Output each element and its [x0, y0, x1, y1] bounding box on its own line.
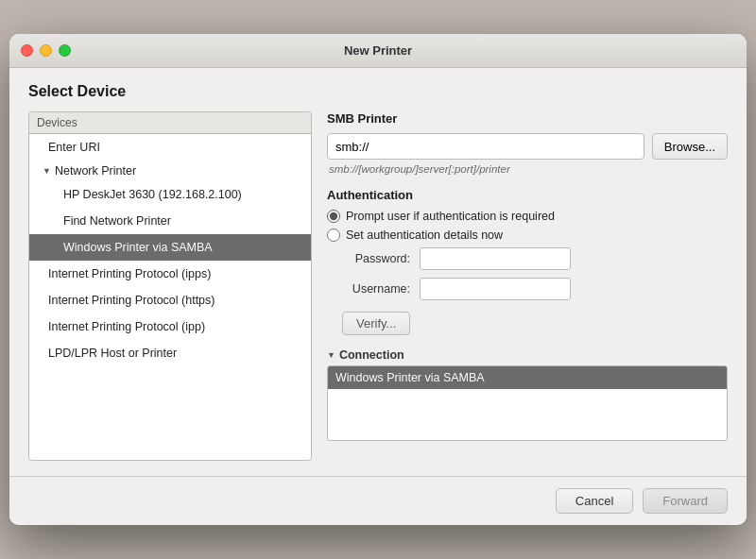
titlebar: New Printer: [9, 34, 747, 68]
verify-row: Verify...: [327, 308, 728, 335]
maximize-button[interactable]: [59, 44, 71, 57]
device-item-hp-deskjet[interactable]: HP DeskJet 3630 (192.168.2.100): [29, 181, 311, 208]
smb-title: SMB Printer: [327, 111, 728, 126]
device-item-ipp[interactable]: Internet Printing Protocol (ipp): [29, 313, 311, 340]
device-group-network-printer: ▼ Network Printer: [29, 161, 311, 181]
main-content: Devices Enter URI ▼ Network Printer HP D…: [28, 111, 728, 461]
close-button[interactable]: [21, 44, 33, 57]
cancel-button[interactable]: Cancel: [556, 488, 633, 514]
device-item-find-network-printer[interactable]: Find Network Printer: [29, 208, 311, 234]
radio-set-label: Set authentication details now: [346, 229, 503, 242]
minimize-button[interactable]: [40, 44, 52, 57]
username-input[interactable]: [420, 278, 571, 300]
device-item-https[interactable]: Internet Printing Protocol (https): [29, 287, 311, 313]
verify-button[interactable]: Verify...: [342, 312, 410, 335]
connection-list: Windows Printer via SAMBA: [327, 365, 728, 441]
window-body: Select Device Devices Enter URI ▼ Networ…: [9, 68, 747, 476]
group-label: Network Printer: [55, 164, 136, 178]
device-item-ipps[interactable]: Internet Printing Protocol (ipps): [29, 261, 311, 287]
device-item-lpd[interactable]: LPD/LPR Host or Printer: [29, 340, 311, 366]
radio-row-1: Prompt user if authentication is require…: [327, 210, 728, 223]
password-label: Password:: [335, 252, 420, 265]
password-input[interactable]: [420, 247, 571, 270]
device-item-windows-samba[interactable]: Windows Printer via SAMBA: [29, 234, 311, 261]
connection-triangle-icon: ▼: [327, 350, 335, 360]
connection-title: Connection: [339, 348, 404, 362]
radio-prompt-auth[interactable]: [327, 210, 340, 223]
right-panel: SMB Printer Browse... smb://[workgroup/]…: [327, 111, 728, 461]
smb-uri-input[interactable]: [327, 133, 644, 160]
radio-prompt-label: Prompt user if authentication is require…: [346, 210, 555, 223]
left-panel: Devices Enter URI ▼ Network Printer HP D…: [28, 111, 312, 461]
smb-hint: smb://[workgroup/]server[:port]/printer: [329, 163, 728, 175]
window-footer: Cancel Forward: [9, 476, 747, 525]
main-window: New Printer Select Device Devices Enter …: [9, 34, 747, 525]
devices-list: Enter URI ▼ Network Printer HP DeskJet 3…: [29, 134, 311, 455]
connection-header: ▼ Connection: [327, 348, 728, 362]
connection-item-windows-samba[interactable]: Windows Printer via SAMBA: [328, 366, 727, 389]
section-title: Select Device: [28, 83, 728, 100]
connection-section: ▼ Connection Windows Printer via SAMBA: [327, 348, 728, 441]
auth-title: Authentication: [327, 188, 728, 202]
browse-button[interactable]: Browse...: [652, 133, 728, 160]
devices-header: Devices: [29, 112, 311, 134]
triangle-icon: ▼: [43, 166, 51, 176]
device-item-enter-uri[interactable]: Enter URI: [29, 134, 311, 161]
username-label: Username:: [335, 282, 420, 296]
password-row: Password:: [327, 247, 728, 270]
username-row: Username:: [327, 278, 728, 300]
smb-input-row: Browse...: [327, 133, 728, 160]
devices-box: Devices Enter URI ▼ Network Printer HP D…: [28, 111, 312, 461]
forward-button[interactable]: Forward: [643, 488, 728, 514]
radio-set-auth[interactable]: [327, 229, 340, 242]
radio-row-2: Set authentication details now: [327, 229, 728, 242]
window-controls: [21, 44, 71, 57]
window-title: New Printer: [344, 43, 412, 58]
